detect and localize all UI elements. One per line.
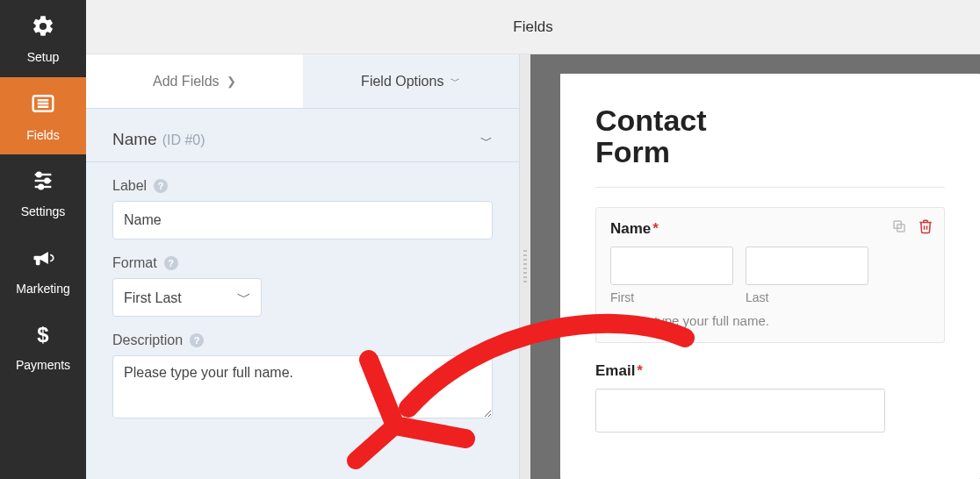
label-input[interactable] [112, 201, 493, 240]
field-description: Please type your full name. [610, 313, 930, 328]
chevron-down-icon: ﹀ [480, 133, 493, 149]
email-input[interactable] [595, 389, 885, 433]
required-mark: * [637, 362, 643, 379]
last-caption: Last [746, 290, 868, 304]
panel-resize-handle[interactable] [520, 54, 530, 479]
svg-point-9 [39, 184, 43, 189]
sidebar-item-marketing[interactable]: Marketing [0, 232, 86, 309]
form-preview-panel: Contact Form Name* First [530, 54, 980, 479]
panel-tabs: Add Fields ❯ Field Options ﹀ [86, 54, 519, 109]
sidebar-item-label: Payments [16, 358, 70, 372]
sidebar-item-label: Settings [21, 204, 66, 218]
svg-point-7 [45, 178, 49, 182]
first-name-input[interactable] [610, 247, 733, 285]
page-header: Fields [86, 0, 980, 54]
gear-icon [31, 14, 55, 45]
preview-card: Contact Form Name* First [560, 74, 980, 479]
field-options-panel: Add Fields ❯ Field Options ﹀ Name (ID #0… [86, 54, 520, 479]
sliders-icon [31, 168, 55, 199]
field-label-text: Email [595, 362, 635, 379]
sidebar-item-settings[interactable]: Settings [0, 154, 86, 232]
chevron-down-icon: ﹀ [450, 75, 460, 88]
field-label-text: Name [610, 220, 651, 237]
tab-label: Field Options [361, 74, 443, 89]
tab-field-options[interactable]: Field Options ﹀ [303, 54, 520, 109]
sidebar: Setup Fields Settings Marketing $ Paymen… [0, 0, 86, 479]
form-title: Contact Form [595, 105, 771, 168]
svg-point-5 [37, 172, 41, 176]
required-mark: * [652, 220, 659, 237]
tab-label: Add Fields [153, 74, 220, 89]
first-caption: First [610, 290, 733, 304]
copy-icon[interactable] [891, 218, 907, 234]
field-block-name[interactable]: Name* First Last Please type your full n… [595, 207, 945, 343]
sidebar-item-label: Marketing [16, 282, 69, 296]
section-header[interactable]: Name (ID #0) ﹀ [86, 109, 519, 162]
format-select[interactable]: First Last [112, 278, 262, 317]
description-textarea[interactable] [112, 355, 493, 418]
divider [595, 187, 945, 188]
row-format: Format ? First Last ﹀ [112, 255, 493, 317]
row-label: Label ? [112, 178, 493, 240]
sidebar-item-fields[interactable]: Fields [0, 77, 86, 154]
sidebar-item-label: Setup [27, 50, 60, 64]
row-description: Description ? [112, 332, 493, 422]
section-title: Name [112, 130, 157, 149]
last-name-input[interactable] [746, 247, 868, 285]
list-icon [30, 90, 56, 123]
help-icon[interactable]: ? [164, 256, 178, 270]
sidebar-item-setup[interactable]: Setup [0, 0, 86, 77]
description-caption: Description [112, 332, 183, 348]
sidebar-item-payments[interactable]: $ Payments [0, 309, 86, 386]
label-caption: Label [112, 178, 147, 194]
help-icon[interactable]: ? [154, 179, 168, 193]
format-caption: Format [112, 255, 157, 271]
page-title: Fields [513, 18, 552, 36]
megaphone-icon [31, 246, 55, 276]
chevron-right-icon: ❯ [227, 75, 236, 88]
help-icon[interactable]: ? [190, 333, 204, 347]
sidebar-item-label: Fields [26, 128, 59, 142]
dollar-icon: $ [32, 324, 54, 353]
svg-text:$: $ [37, 324, 48, 347]
trash-icon[interactable] [918, 218, 933, 234]
tab-add-fields[interactable]: Add Fields ❯ [86, 54, 303, 109]
field-block-email[interactable]: Email* [595, 362, 945, 433]
section-id: (ID #0) [162, 132, 205, 148]
